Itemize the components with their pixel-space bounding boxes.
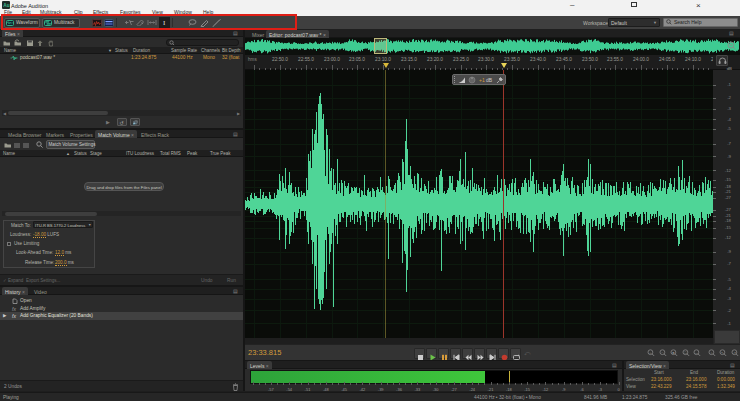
svg-text:↔: ↔ — [695, 351, 699, 355]
svg-text:↗: ↗ — [732, 351, 735, 355]
svg-text:↖: ↖ — [721, 351, 724, 355]
svg-text:+: + — [649, 351, 651, 355]
svg-text:■: ■ — [672, 351, 674, 355]
svg-text:↕: ↕ — [710, 351, 712, 355]
svg-text:−: − — [661, 351, 663, 355]
